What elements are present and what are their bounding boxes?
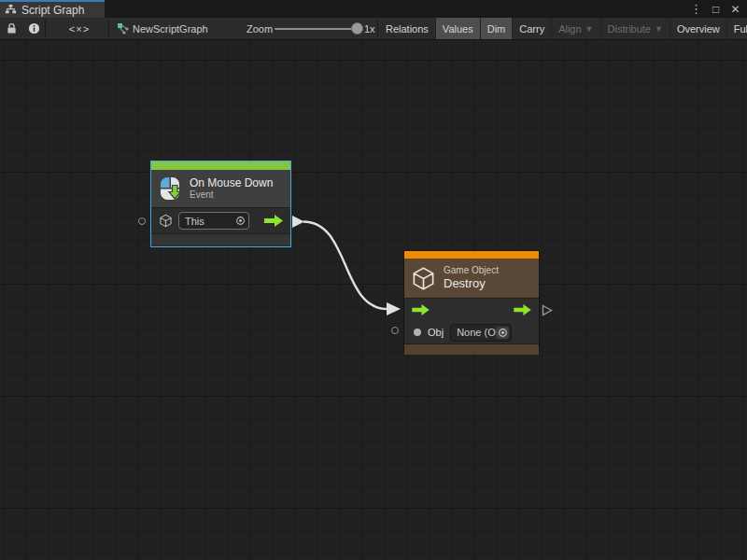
overview-button[interactable]: Overview bbox=[670, 18, 727, 39]
align-dropdown[interactable]: Align ▼ bbox=[552, 18, 600, 39]
tab-bar: Script Graph ⋮ □ ✕ bbox=[0, 0, 747, 18]
destroy-accent-bar bbox=[404, 251, 539, 259]
zoom-slider-track[interactable] bbox=[275, 28, 357, 30]
event-target-port[interactable] bbox=[138, 217, 146, 225]
lock-button[interactable] bbox=[0, 18, 22, 39]
flow-output-port[interactable] bbox=[264, 215, 283, 227]
info-icon bbox=[28, 22, 40, 35]
graph-name[interactable]: NewScriptGraph bbox=[133, 18, 208, 39]
obj-value-field[interactable]: None (O bbox=[450, 324, 512, 342]
node-title: Destroy bbox=[444, 276, 499, 291]
window-controls: ⋮ □ ✕ bbox=[686, 0, 745, 18]
mouse-down-event-icon bbox=[158, 176, 182, 201]
connection-edge[interactable] bbox=[0, 40, 747, 560]
game-object-cube-icon bbox=[159, 214, 173, 228]
full-screen-button[interactable]: Full S bbox=[727, 18, 747, 39]
flow-input-port[interactable] bbox=[412, 304, 430, 315]
destroy-obj-port[interactable] bbox=[391, 327, 399, 334]
script-graph-asset-icon bbox=[116, 18, 131, 39]
info-button[interactable] bbox=[22, 18, 45, 39]
values-button[interactable]: Values bbox=[436, 18, 481, 39]
graph-canvas[interactable]: On Mouse Down Event This bbox=[0, 40, 747, 560]
node-body: Obj None (O bbox=[404, 298, 539, 343]
node-body: This bbox=[151, 207, 290, 233]
node-category: Game Object bbox=[444, 265, 499, 276]
target-value-field[interactable]: This bbox=[178, 212, 249, 230]
tab-script-graph[interactable]: Script Graph bbox=[0, 0, 105, 18]
node-destroy[interactable]: Game Object Destroy Obj bbox=[403, 250, 540, 353]
node-header: Game Object Destroy bbox=[404, 259, 539, 298]
node-header: On Mouse Down Event bbox=[151, 170, 290, 207]
node-footer bbox=[404, 343, 539, 355]
dim-button[interactable]: Dim bbox=[481, 18, 514, 39]
event-accent-bar bbox=[151, 161, 290, 170]
toolbar-separator bbox=[108, 20, 109, 37]
relations-button[interactable]: Relations bbox=[379, 18, 436, 39]
code-view-button[interactable]: <×> bbox=[52, 18, 106, 39]
toolbar-separator bbox=[377, 20, 378, 37]
chevron-down-icon: ▼ bbox=[585, 24, 594, 34]
window-menu-icon[interactable]: ⋮ bbox=[686, 0, 706, 18]
graph-hierarchy-icon bbox=[5, 4, 17, 16]
lock-icon bbox=[7, 22, 17, 35]
carry-button[interactable]: Carry bbox=[513, 18, 552, 39]
zoom-value: 1x bbox=[364, 18, 375, 39]
tab-title: Script Graph bbox=[21, 4, 84, 17]
object-picker-icon[interactable] bbox=[496, 327, 509, 339]
view-options: Relations Values Dim Carry Align ▼ Distr… bbox=[379, 18, 747, 39]
chevron-down-icon: ▼ bbox=[655, 24, 663, 34]
zoom-slider-handle[interactable] bbox=[351, 22, 363, 35]
obj-port-label: Obj bbox=[428, 327, 444, 338]
node-subtitle: Event bbox=[190, 189, 273, 201]
toolbar-separator bbox=[45, 20, 46, 37]
unity-script-graph-window: Script Graph ⋮ □ ✕ <×> bbox=[0, 0, 747, 560]
flow-continue-port[interactable] bbox=[542, 304, 553, 316]
obj-input-dot[interactable] bbox=[414, 329, 421, 336]
zoom-label: Zoom bbox=[247, 18, 273, 39]
flow-output-port[interactable] bbox=[514, 304, 531, 315]
object-picker-icon[interactable] bbox=[233, 215, 247, 227]
node-footer bbox=[151, 233, 290, 245]
distribute-dropdown[interactable]: Distribute ▼ bbox=[601, 18, 670, 39]
node-on-mouse-down[interactable]: On Mouse Down Event This bbox=[150, 161, 291, 247]
close-icon[interactable]: ✕ bbox=[726, 0, 745, 18]
graph-toolbar: <×> NewScriptGraph Zoom 1x Relations bbox=[0, 18, 747, 40]
maximize-icon[interactable]: □ bbox=[706, 0, 726, 18]
node-title: On Mouse Down bbox=[190, 176, 273, 189]
game-object-cube-icon bbox=[411, 266, 436, 291]
code-icon: <×> bbox=[69, 23, 90, 35]
